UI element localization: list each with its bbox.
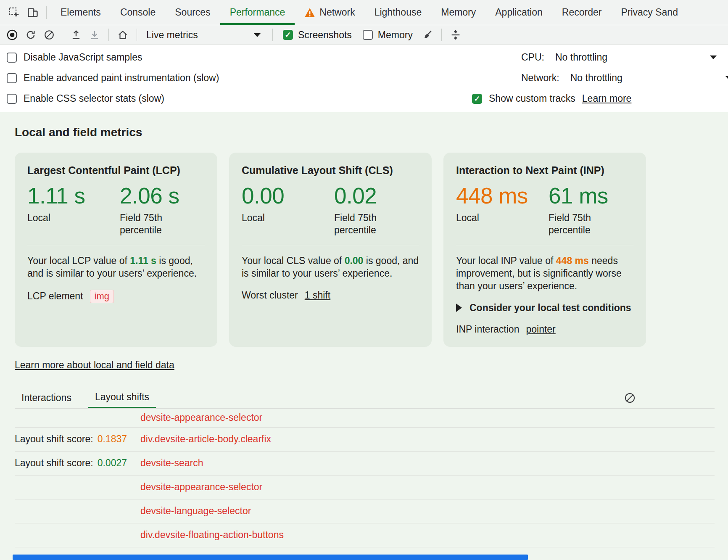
- cls-local-value: 0.00: [242, 184, 334, 208]
- layout-shift-row[interactable]: Layout shift score: 0.0027 devsite-searc…: [15, 452, 715, 475]
- devtools-window: Elements Console Sources Performance Net…: [0, 0, 728, 560]
- node-link[interactable]: div.devsite-floating-action-buttons: [140, 529, 284, 541]
- tab-interactions[interactable]: Interactions: [15, 388, 78, 408]
- tab-performance[interactable]: Performance: [220, 0, 295, 25]
- tab-privacy-sandbox[interactable]: Privacy Sand: [611, 0, 688, 25]
- inp-interaction-label: INP interaction: [456, 324, 519, 335]
- checkbox-checked-icon: [283, 30, 293, 40]
- tab-lighthouse[interactable]: Lighthouse: [365, 0, 432, 25]
- layout-shift-row[interactable]: Layout shift score: 0.1837 div.devsite-a…: [15, 428, 715, 452]
- custom-tracks-learn-more-link[interactable]: Learn more: [582, 93, 632, 104]
- inp-local-value: 448 ms: [456, 184, 549, 208]
- worst-cluster-label: Worst cluster: [242, 290, 298, 301]
- checkbox-unchecked-icon: [7, 53, 17, 63]
- checkbox-checked-icon[interactable]: [472, 94, 482, 104]
- disable-js-samples-checkbox[interactable]: Disable JavaScript samples: [7, 52, 472, 63]
- card-title: Largest Contentful Paint (LCP): [27, 164, 205, 177]
- lcp-element-node-badge[interactable]: img: [90, 290, 114, 303]
- learn-more-local-field-link[interactable]: Learn more about local and field data: [15, 359, 174, 371]
- clear-icon: [624, 392, 636, 404]
- tab-console[interactable]: Console: [111, 0, 165, 25]
- devtools-tabbar: Elements Console Sources Performance Net…: [0, 0, 728, 25]
- load-profile-button[interactable]: [67, 26, 85, 43]
- tab-elements[interactable]: Elements: [51, 0, 111, 25]
- dropdown-caret-icon: [725, 76, 728, 80]
- layout-shift-row[interactable]: div.devsite-floating-action-buttons: [15, 523, 715, 547]
- home-icon: [117, 29, 128, 40]
- cpu-throttling-select[interactable]: CPU: No throttling: [472, 52, 728, 63]
- page-title: Local and field metrics: [15, 126, 728, 139]
- cls-field-value: 0.02: [334, 184, 419, 208]
- score-label: Layout shift score:: [15, 457, 93, 469]
- card-title: Cumulative Layout Shift (CLS): [242, 164, 419, 177]
- inp-card: Interaction to Next Paint (INP) 448 ms L…: [443, 153, 646, 347]
- record-icon: [6, 29, 18, 41]
- inp-interaction-link[interactable]: pointer: [526, 324, 555, 335]
- inspect-icon: [8, 7, 20, 18]
- divider: [242, 245, 419, 245]
- tab-layout-shifts[interactable]: Layout shifts: [88, 388, 156, 408]
- horizontal-scrollbar-thumb[interactable]: [13, 555, 528, 560]
- upload-icon: [71, 29, 82, 40]
- css-selector-stats-checkbox[interactable]: Enable CSS selector stats (slow): [7, 93, 472, 104]
- download-icon: [89, 29, 100, 40]
- score-label: Layout shift score:: [15, 433, 93, 445]
- memory-checkbox[interactable]: Memory: [358, 29, 418, 41]
- network-throttling-select[interactable]: Network: No throttling: [472, 72, 728, 84]
- clear-log-button[interactable]: [620, 389, 639, 407]
- node-link[interactable]: devsite-appearance-selector: [140, 412, 262, 423]
- clear-icon: [44, 29, 55, 40]
- separator: [108, 29, 109, 41]
- layout-shift-row[interactable]: devsite-language-selector: [15, 499, 715, 523]
- tab-sources[interactable]: Sources: [165, 0, 220, 25]
- warning-icon: [304, 8, 315, 18]
- performance-toolbar: Live metrics Screenshots Memory: [0, 25, 728, 45]
- card-title: Interaction to Next Paint (INP): [456, 164, 633, 177]
- device-toolbar-button[interactable]: [24, 4, 42, 21]
- layout-shift-row[interactable]: devsite-appearance-selector: [15, 475, 715, 499]
- tab-network[interactable]: Network: [295, 0, 364, 25]
- screenshots-checkbox[interactable]: Screenshots: [278, 29, 357, 41]
- tab-memory[interactable]: Memory: [431, 0, 485, 25]
- reload-and-record-button[interactable]: [22, 26, 40, 43]
- divider: [27, 245, 205, 245]
- node-link[interactable]: div.devsite-article-body.clearfix: [140, 433, 271, 445]
- lcp-card: Largest Contentful Paint (LCP) 1.11 s Lo…: [15, 153, 217, 347]
- layout-shift-row[interactable]: devsite-appearance-selector: [15, 409, 715, 428]
- inspect-element-button[interactable]: [5, 4, 24, 21]
- metric-cards: Largest Contentful Paint (LCP) 1.11 s Lo…: [15, 153, 713, 347]
- lcp-field-value: 2.06 s: [120, 184, 205, 208]
- capture-settings-pane: Disable JavaScript samples CPU: No throt…: [0, 45, 728, 112]
- dropdown-caret-icon: [254, 33, 261, 37]
- dropdown-caret-icon: [710, 55, 717, 59]
- garbage-collect-button[interactable]: [419, 26, 436, 43]
- log-tabbar: Interactions Layout shifts: [15, 388, 715, 409]
- live-metrics-select[interactable]: Live metrics: [142, 27, 267, 43]
- collapse-icon: [450, 29, 462, 41]
- home-button[interactable]: [114, 26, 132, 43]
- collapse-panel-button[interactable]: [447, 26, 464, 43]
- inp-field-value: 61 ms: [549, 184, 633, 208]
- divider: [456, 245, 633, 245]
- reload-icon: [25, 29, 36, 40]
- lcp-local-value: 1.11 s: [27, 184, 120, 208]
- tab-application[interactable]: Application: [485, 0, 552, 25]
- inp-description: Your local INP value of 448 ms needs imp…: [456, 254, 633, 292]
- worst-cluster-link[interactable]: 1 shift: [305, 290, 330, 301]
- node-link[interactable]: devsite-appearance-selector: [140, 481, 262, 493]
- advanced-paint-instrumentation-checkbox[interactable]: Enable advanced paint instrumentation (s…: [7, 72, 472, 84]
- separator: [137, 29, 137, 41]
- record-button[interactable]: [3, 26, 21, 43]
- consider-local-conditions-expander[interactable]: Consider your local test conditions: [456, 302, 633, 314]
- checkbox-unchecked-icon: [7, 73, 17, 83]
- tab-recorder[interactable]: Recorder: [552, 0, 612, 25]
- lcp-description: Your local LCP value of 1.11 s is good, …: [27, 254, 205, 280]
- save-profile-button[interactable]: [86, 26, 103, 43]
- device-toolbar-icon: [27, 7, 39, 18]
- score-value: 0.1837: [98, 433, 127, 445]
- score-value: 0.0027: [98, 457, 127, 469]
- node-link[interactable]: devsite-search: [140, 457, 203, 469]
- checkbox-unchecked-icon: [363, 30, 373, 40]
- clear-button[interactable]: [40, 26, 58, 43]
- node-link[interactable]: devsite-language-selector: [140, 505, 251, 517]
